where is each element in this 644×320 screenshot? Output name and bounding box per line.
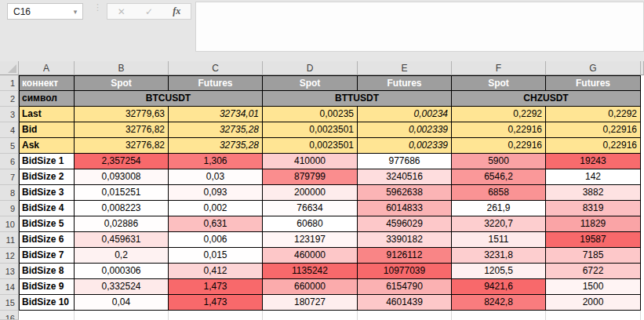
cell-B9[interactable]: 0,008223 (75, 201, 169, 216)
formula-bar-input[interactable] (195, 2, 644, 52)
cell-F12[interactable]: 3231,8 (452, 248, 546, 264)
cell-D1[interactable]: Spot (263, 75, 358, 91)
select-all-corner[interactable] (0, 61, 19, 75)
cell-G10[interactable]: 11829 (546, 216, 641, 232)
cell-C4[interactable]: 32735,28 (169, 122, 263, 138)
row-header-9[interactable]: 9 (0, 201, 19, 216)
cell-B7[interactable]: 0,093008 (75, 169, 169, 185)
cell-D5[interactable]: 0,0023501 (263, 138, 358, 154)
cell-A8[interactable]: BidSize 3 (19, 185, 75, 201)
cell-C6[interactable]: 1,306 (169, 154, 263, 169)
cell-B15[interactable]: 0,04 (75, 295, 169, 311)
cell-C14[interactable]: 1,473 (169, 279, 263, 295)
cell-F8[interactable]: 6858 (452, 185, 546, 201)
cell-C11[interactable]: 0,006 (169, 232, 263, 248)
cell-A1[interactable]: коннект (19, 75, 75, 91)
cell-F2-G2-merged[interactable]: CHZUSDT (452, 91, 641, 107)
cell-D15[interactable]: 180727 (263, 295, 358, 311)
cell-E6[interactable]: 977686 (358, 154, 452, 169)
cell-F5[interactable]: 0,22916 (452, 138, 546, 154)
cell-D12[interactable]: 460000 (263, 248, 358, 264)
cell-G4[interactable]: 0,22916 (546, 122, 641, 138)
cell-G6[interactable]: 19243 (546, 154, 641, 169)
row-header-13[interactable]: 13 (0, 264, 19, 279)
cell-E9[interactable]: 6014833 (358, 201, 452, 216)
chevron-down-icon[interactable]: ▾ (68, 8, 82, 16)
cell-F6[interactable]: 5900 (452, 154, 546, 169)
cell-B16-empty[interactable] (75, 311, 169, 320)
cell-A11[interactable]: BidSize 6 (19, 232, 75, 248)
cell-E7[interactable]: 3240516 (358, 169, 452, 185)
cell-G9[interactable]: 8319 (546, 201, 641, 216)
cell-F13[interactable]: 1205,5 (452, 264, 546, 279)
cell-C10[interactable]: 0,631 (169, 216, 263, 232)
cell-F15[interactable]: 8242,8 (452, 295, 546, 311)
row-header-5[interactable]: 5 (0, 138, 19, 154)
cell-G8[interactable]: 3882 (546, 185, 641, 201)
cell-A7[interactable]: BidSize 2 (19, 169, 75, 185)
cell-B10[interactable]: 0,02886 (75, 216, 169, 232)
cell-E1[interactable]: Futures (358, 75, 452, 91)
row-header-7[interactable]: 7 (0, 169, 19, 185)
cell-D14[interactable]: 660000 (263, 279, 358, 295)
cell-E5[interactable]: 0,002339 (358, 138, 452, 154)
cell-D16-empty[interactable] (263, 311, 358, 320)
cell-G12[interactable]: 7185 (546, 248, 641, 264)
cell-G13[interactable]: 6722 (546, 264, 641, 279)
cell-B1[interactable]: Spot (75, 75, 169, 91)
cell-B13[interactable]: 0,000306 (75, 264, 169, 279)
cell-A3[interactable]: Last (19, 107, 75, 122)
cell-D11[interactable]: 123197 (263, 232, 358, 248)
cell-B12[interactable]: 0,2 (75, 248, 169, 264)
cancel-icon[interactable]: ✕ (118, 6, 126, 17)
column-header-G[interactable]: G (546, 61, 641, 75)
cell-C5[interactable]: 32735,28 (169, 138, 263, 154)
row-header-1[interactable]: 1 (0, 75, 19, 91)
cell-G7[interactable]: 142 (546, 169, 641, 185)
cell-A5[interactable]: Ask (19, 138, 75, 154)
row-header-12[interactable]: 12 (0, 248, 19, 264)
cell-E10[interactable]: 4596029 (358, 216, 452, 232)
cell-G16-empty[interactable] (546, 311, 641, 320)
cell-C16-empty[interactable] (169, 311, 263, 320)
cell-E16-empty[interactable] (358, 311, 452, 320)
row-header-2[interactable]: 2 (0, 91, 19, 107)
column-header-B[interactable]: B (75, 61, 169, 75)
cell-A10[interactable]: BidSize 5 (19, 216, 75, 232)
cell-E8[interactable]: 5962638 (358, 185, 452, 201)
cell-D8[interactable]: 200000 (263, 185, 358, 201)
cell-A6[interactable]: BidSize 1 (19, 154, 75, 169)
cell-B6[interactable]: 2,357254 (75, 154, 169, 169)
cell-F9[interactable]: 261,9 (452, 201, 546, 216)
cell-A14[interactable]: BidSize 9 (19, 279, 75, 295)
row-header-8[interactable]: 8 (0, 185, 19, 201)
cell-C8[interactable]: 0,093 (169, 185, 263, 201)
cell-C3[interactable]: 32734,01 (169, 107, 263, 122)
cell-E13[interactable]: 10977039 (358, 264, 452, 279)
cell-G3[interactable]: 0,2292 (546, 107, 641, 122)
cell-B3[interactable]: 32779,63 (75, 107, 169, 122)
cell-G11[interactable]: 19587 (546, 232, 641, 248)
row-header-15[interactable]: 15 (0, 295, 19, 311)
cell-B11[interactable]: 0,459631 (75, 232, 169, 248)
cell-B5[interactable]: 32776,82 (75, 138, 169, 154)
cell-C7[interactable]: 0,03 (169, 169, 263, 185)
name-box[interactable]: C16 ▾ (7, 3, 83, 20)
column-header-F[interactable]: F (452, 61, 546, 75)
cell-B4[interactable]: 32776,82 (75, 122, 169, 138)
cell-C9[interactable]: 0,002 (169, 201, 263, 216)
row-header-16[interactable]: 16 (0, 311, 19, 320)
cell-D10[interactable]: 60680 (263, 216, 358, 232)
column-header-A[interactable]: A (19, 61, 75, 75)
cell-E11[interactable]: 3390182 (358, 232, 452, 248)
cell-G15[interactable]: 2000 (546, 295, 641, 311)
cell-D7[interactable]: 879799 (263, 169, 358, 185)
row-header-14[interactable]: 14 (0, 279, 19, 295)
cell-E12[interactable]: 9126112 (358, 248, 452, 264)
cell-F3[interactable]: 0,2292 (452, 107, 546, 122)
cell-C13[interactable]: 0,412 (169, 264, 263, 279)
cell-C15[interactable]: 1,473 (169, 295, 263, 311)
cell-A12[interactable]: BidSize 7 (19, 248, 75, 264)
cell-G14[interactable]: 1500 (546, 279, 641, 295)
cell-F11[interactable]: 1511 (452, 232, 546, 248)
